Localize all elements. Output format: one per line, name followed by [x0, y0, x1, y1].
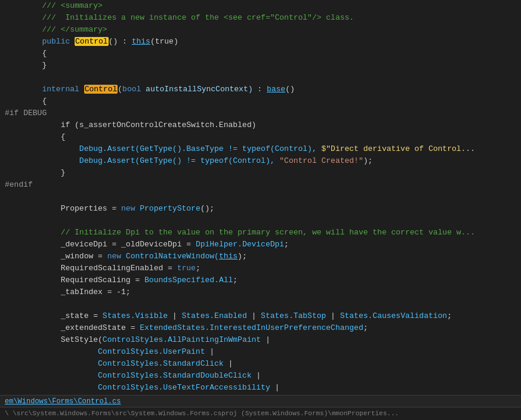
code-line: Debug.Assert(GetType() != typeof(Control…: [0, 155, 521, 167]
code-editor: /// <summary> /// Initializes a new inst…: [0, 0, 521, 395]
code-line: _deviceDpi = _oldDeviceDpi = DpiHelper.D…: [0, 239, 521, 251]
code-line: _window = new ControlNativeWindow(this);: [0, 251, 521, 262]
file-path-text: \ \src\System.Windows.Forms\src\System.W…: [5, 410, 399, 417]
code-line: ControlStyles.StandardDoubleClick |: [0, 370, 521, 382]
code-line: // Initialize Dpi to the value on the pr…: [0, 227, 521, 239]
code-line: /// </summary>: [0, 24, 521, 36]
code-line: [0, 191, 521, 203]
file-link-bar: em\Windows\Forms\Control.cs: [0, 395, 521, 407]
code-line: [0, 298, 521, 310]
file-link[interactable]: em\Windows\Forms\Control.cs: [5, 397, 121, 406]
code-line: ControlStyles.UseTextForAccessibility |: [0, 382, 521, 394]
code-line: RequiredScalingEnabled = true;: [0, 262, 521, 274]
code-line: #if DEBUG: [0, 107, 521, 119]
code-line: /// Initializes a new instance of the <s…: [0, 12, 521, 24]
code-line: _state = States.Visible | States.Enabled…: [0, 310, 521, 322]
code-line: [0, 215, 521, 227]
code-line: public Control() : this(true): [0, 36, 521, 48]
code-line: _tabIndex = -1;: [0, 286, 521, 298]
code-line: }: [0, 167, 521, 179]
code-line: }: [0, 60, 521, 72]
code-line: internal Control(bool autoInstallSyncCon…: [0, 84, 521, 95]
code-line: ControlStyles.Selectable, true);: [0, 394, 521, 395]
code-line: Properties = new PropertyStore();: [0, 203, 521, 215]
code-line: [0, 72, 521, 84]
code-line: RequiredScaling = BoundsSpecified.All;: [0, 274, 521, 286]
code-line: {: [0, 131, 521, 143]
code-line: {: [0, 48, 521, 60]
code-line: _extendedState = ExtendedStates.Interest…: [0, 322, 521, 334]
code-line: {: [0, 95, 521, 107]
code-line: ControlStyles.UserPaint |: [0, 346, 521, 358]
code-line: Debug.Assert(GetType().BaseType != typeo…: [0, 143, 521, 155]
file-path-bar: \ \src\System.Windows.Forms\src\System.W…: [0, 407, 521, 419]
code-line: ControlStyles.StandardClick |: [0, 358, 521, 370]
code-line: SetStyle(ControlStyles.AllPaintingInWmPa…: [0, 334, 521, 346]
code-line: if (s_assertOnControlCreateSwitch.Enable…: [0, 119, 521, 131]
code-line: /// <summary>: [0, 0, 521, 12]
code-line: #endif: [0, 179, 521, 191]
